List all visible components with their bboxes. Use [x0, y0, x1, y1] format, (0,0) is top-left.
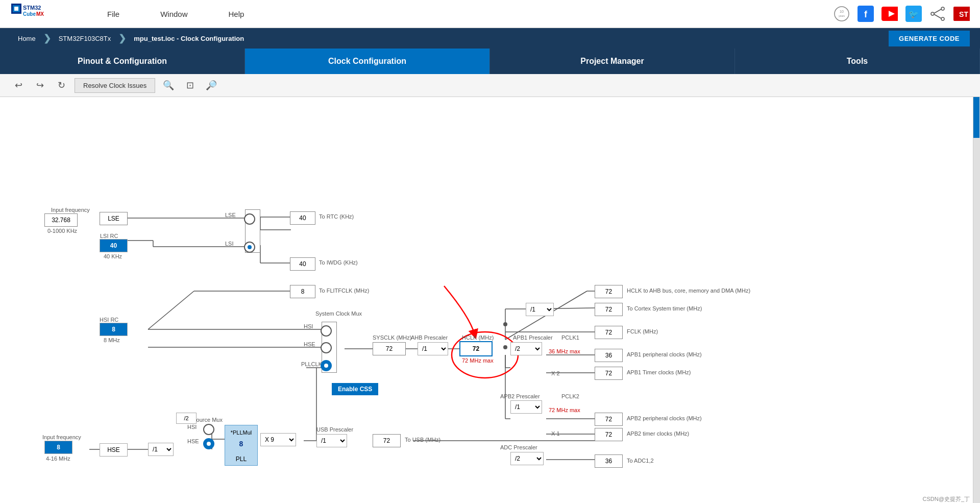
hse-range-label: 4-16 MHz [46, 456, 70, 462]
enable-css-button[interactable]: Enable CSS [332, 383, 378, 395]
lsi-unit-label: 40 KHz [104, 253, 122, 259]
pll-mul-value: 8 [239, 440, 243, 448]
tab-clock[interactable]: Clock Configuration [245, 49, 490, 74]
tab-pinout[interactable]: Pinout & Configuration [0, 49, 245, 74]
generate-code-button[interactable]: GENERATE CODE [889, 31, 970, 46]
anniversary-icon: 10 years [834, 6, 850, 22]
lse-input-freq-label: Input frequency [51, 207, 90, 213]
menu-help[interactable]: Help [208, 0, 265, 28]
network-icon[interactable] [929, 6, 946, 22]
st-logo-icon: ST [953, 6, 970, 22]
cortex-prescaler-select[interactable]: /1 [526, 303, 554, 316]
scrollbar-thumb[interactable] [973, 97, 979, 138]
usb-label: To USB (MHz) [405, 437, 440, 443]
fit-icon[interactable]: ⊡ [182, 77, 198, 93]
pclk2-label: PCLK2 [561, 393, 579, 399]
youtube-icon[interactable] [881, 6, 898, 22]
iwdg-value[interactable]: 40 [290, 257, 315, 271]
tab-bar: Pinout & Configuration Clock Configurati… [0, 49, 980, 74]
apb2-periph-label: APB2 peripheral clocks (MHz) [627, 415, 702, 421]
hse-div1-select[interactable]: /1 [148, 443, 174, 456]
svg-text:f: f [864, 9, 868, 19]
hclk-value[interactable]: 72 [459, 341, 493, 356]
rtc-value[interactable]: 40 [290, 211, 315, 225]
ahb-prescaler-label: AHB Prescaler [411, 334, 448, 341]
flitf-value[interactable]: 8 [290, 285, 315, 298]
ahb-prescaler-select[interactable]: /1 [418, 342, 448, 355]
pll-label: PLL [236, 456, 247, 463]
breadcrumb-home[interactable]: Home [10, 28, 43, 49]
hse-input-value[interactable]: 8 [44, 441, 72, 454]
zoom-in-icon[interactable]: 🔍 [160, 77, 177, 93]
apb1-max-label: 36 MHz max [549, 348, 580, 354]
svg-text:MX: MX [36, 11, 44, 17]
zoom-out-icon[interactable]: 🔎 [203, 77, 219, 93]
pll-hse-mux-circle[interactable] [203, 438, 214, 449]
svg-point-15 [931, 12, 934, 15]
apb2-prescaler-select[interactable]: /1 [510, 400, 542, 414]
breadcrumb-device[interactable]: STM32F103C8Tx [51, 28, 119, 49]
scrollbar-track[interactable] [973, 97, 980, 503]
fclk-value[interactable]: 72 [595, 326, 623, 339]
apb1-timer-label: APB1 Timer clocks (MHz) [627, 369, 691, 375]
adc-value[interactable]: 36 [595, 454, 623, 468]
pll-box: PLL *PLLMul 8 [225, 425, 258, 466]
pll-hsi-mux-circle[interactable] [203, 424, 214, 435]
lse-input-value[interactable]: 32.768 [44, 213, 78, 227]
hclk-label: HCLK (MHz) [462, 334, 494, 341]
svg-point-17 [941, 17, 944, 20]
cortex-timer-value[interactable]: 72 [595, 303, 623, 316]
apb1-periph-value[interactable]: 36 [595, 349, 623, 362]
undo-icon[interactable]: ↩ [10, 77, 27, 93]
hclk-ahb-value[interactable]: 72 [595, 285, 623, 298]
menu-window[interactable]: Window [140, 0, 208, 28]
apb2-prescaler-label: APB2 Prescaler [500, 393, 540, 399]
adc-prescaler-select[interactable]: /2 [510, 452, 544, 465]
usb-value[interactable]: 72 [373, 434, 401, 447]
lsi-rc-label: LSI RC [100, 233, 118, 239]
usb-prescaler-label: USB Prescaler [316, 426, 353, 433]
hsi-rc-label: HSI RC [100, 317, 118, 323]
apb1-prescaler-select[interactable]: /2 [510, 342, 542, 355]
tab-tools[interactable]: Tools [735, 49, 980, 74]
pll-mul-label: *PLLMul [231, 429, 252, 436]
hse-sys-mux-circle[interactable] [321, 342, 332, 353]
lse-wire-label: LSE [225, 212, 236, 218]
pll-mul-select[interactable]: X 9 [260, 433, 296, 446]
resolve-clock-button[interactable]: Resolve Clock Issues [75, 78, 155, 93]
breadcrumb-file[interactable]: mpu_test.ioc - Clock Configuration [126, 28, 252, 49]
menu-file[interactable]: File [87, 0, 140, 28]
tab-project[interactable]: Project Manager [490, 49, 735, 74]
sysclk-value[interactable]: 72 [373, 342, 406, 355]
svg-point-16 [941, 7, 944, 10]
hclk-max-label: 72 MHz max [462, 357, 494, 364]
twitter-icon[interactable]: 🐦 [905, 6, 922, 22]
apb1-prescaler-label: APB1 Prescaler [513, 334, 553, 341]
svg-text:🐦: 🐦 [909, 9, 919, 19]
hsi-unit-label: 8 MHz [104, 337, 120, 343]
lsi-mux-circle[interactable] [244, 242, 255, 253]
apb2-timer-label: APB2 timer clocks (MHz) [627, 430, 689, 437]
svg-text:years: years [839, 14, 845, 17]
apb1-timer-value[interactable]: 72 [595, 367, 623, 380]
footer-text: CSDN@史提芥_丁 [923, 495, 970, 503]
redo-icon[interactable]: ↪ [32, 77, 48, 93]
lse-range-label: 0-1000 KHz [47, 228, 77, 234]
svg-line-18 [934, 9, 941, 13]
svg-text:STM32: STM32 [23, 5, 41, 11]
apb2-timer-x1-label: X 1 [551, 430, 560, 437]
svg-line-31 [148, 291, 194, 329]
lse-mux-circle[interactable] [244, 213, 255, 225]
flitf-label: To FLITFCLK (MHz) [319, 288, 369, 294]
sys-clk-mux-label: System Clock Mux [315, 310, 362, 317]
lsi-rc-value: 40 [100, 239, 128, 252]
iwdg-label: To IWDG (KHz) [319, 259, 358, 266]
pll-sys-mux-circle[interactable] [321, 360, 332, 371]
svg-line-19 [934, 14, 941, 18]
facebook-icon[interactable]: f [857, 6, 874, 22]
hsi-sys-mux-circle[interactable] [321, 325, 332, 337]
apb2-periph-value[interactable]: 72 [595, 413, 623, 426]
apb2-timer-value[interactable]: 72 [595, 428, 623, 441]
usb-prescaler-select[interactable]: /1 [316, 434, 347, 447]
refresh-icon[interactable]: ↻ [53, 77, 69, 93]
